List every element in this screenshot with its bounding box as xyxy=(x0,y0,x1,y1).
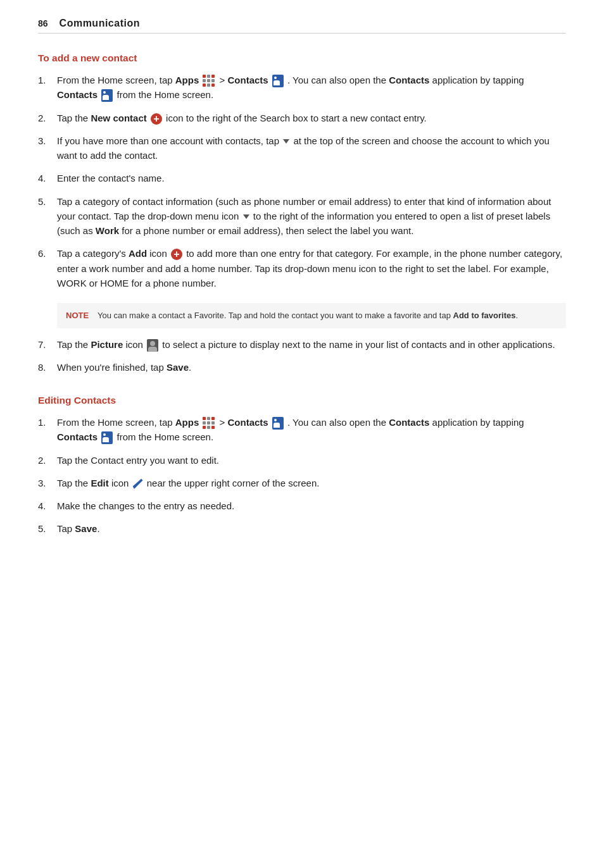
picture-label: Picture xyxy=(91,339,123,350)
list-num: 3. xyxy=(38,133,57,148)
dropdown-icon xyxy=(283,139,289,144)
list-content: Enter the contact's name. xyxy=(57,171,566,185)
list-num: 5. xyxy=(38,521,57,536)
apps-label: Apps xyxy=(175,75,199,85)
note-label: NOTE xyxy=(66,309,90,322)
list-item: 5. Tap Save. xyxy=(38,521,566,536)
list-item: 8. When you're finished, tap Save. xyxy=(38,360,566,375)
contacts-label-1: Contacts xyxy=(228,75,268,85)
list-num: 7. xyxy=(38,337,57,352)
contacts-bold-e3: Contacts xyxy=(57,431,98,442)
contacts-icon-1 xyxy=(272,75,284,87)
contacts-bold-3: Contacts xyxy=(57,89,98,100)
list-content: Make the changes to the entry as needed. xyxy=(57,499,566,513)
list-num: 2. xyxy=(38,111,57,125)
list-num: 6. xyxy=(38,246,57,261)
contacts-bold-2: Contacts xyxy=(389,75,429,85)
contacts-icon-e1 xyxy=(272,417,284,430)
list-content: When you're finished, tap Save. xyxy=(57,360,566,375)
new-contact-label: New contact xyxy=(91,113,146,123)
list-num: 3. xyxy=(38,476,57,490)
add-circle-icon: + xyxy=(151,113,162,125)
list-content: If you have more than one account with c… xyxy=(57,133,566,163)
list-num: 5. xyxy=(38,194,57,209)
section-add-contact: To add a new contact 1. From the Home sc… xyxy=(38,53,566,375)
note-block: NOTE You can make a contact a Favorite. … xyxy=(57,303,566,328)
list-content: Tap the Picture icon to select a picture… xyxy=(57,337,566,352)
list-item: 4. Enter the contact's name. xyxy=(38,171,566,185)
list-item: 3. If you have more than one account wit… xyxy=(38,133,566,163)
work-label: Work xyxy=(96,225,119,236)
contacts-label-e1: Contacts xyxy=(228,417,268,428)
note-text: You can make a contact a Favorite. Tap a… xyxy=(98,309,518,322)
add-contact-list-2: 7. Tap the Picture icon to select a pict… xyxy=(38,337,566,375)
editing-contacts-list: 1. From the Home screen, tap Apps > Cont… xyxy=(38,415,566,536)
list-item: 3. Tap the Edit icon near the upper righ… xyxy=(38,476,566,490)
section-editing-contacts: Editing Contacts 1. From the Home screen… xyxy=(38,395,566,536)
list-num: 2. xyxy=(38,453,57,468)
picture-icon xyxy=(147,339,158,352)
list-content: From the Home screen, tap Apps > Contact… xyxy=(57,415,566,445)
list-content: Tap the Edit icon near the upper right c… xyxy=(57,476,566,490)
add-icon: + xyxy=(171,249,182,260)
apps-icon-e xyxy=(203,417,215,430)
add-label: Add xyxy=(129,248,147,259)
edit-label: Edit xyxy=(91,478,108,488)
list-num: 1. xyxy=(38,415,57,430)
section-title-editing: Editing Contacts xyxy=(38,395,566,406)
section-title-add: To add a new contact xyxy=(38,53,566,64)
page-header: 86 Communication xyxy=(38,18,566,34)
save-label-e: Save xyxy=(75,523,97,534)
add-to-favorites-label: Add to favorites xyxy=(453,311,516,320)
list-content: Tap the New contact + icon to the right … xyxy=(57,111,566,125)
apps-label-e: Apps xyxy=(175,417,199,428)
apps-icon xyxy=(203,75,215,87)
page-title: Communication xyxy=(60,18,140,29)
contacts-icon-2 xyxy=(101,89,113,102)
save-label: Save xyxy=(167,362,189,373)
list-item: 4. Make the changes to the entry as need… xyxy=(38,499,566,513)
list-content: Tap a category of contact information (s… xyxy=(57,194,566,239)
list-content: Tap Save. xyxy=(57,521,566,536)
list-content: Tap the Contact entry you want to edit. xyxy=(57,453,566,468)
page-number: 86 xyxy=(38,18,48,28)
list-item: 1. From the Home screen, tap Apps > Cont… xyxy=(38,415,566,445)
list-content: From the Home screen, tap Apps > Contact… xyxy=(57,73,566,102)
list-num: 1. xyxy=(38,73,57,87)
contacts-icon-e2 xyxy=(101,431,113,444)
list-item: 5. Tap a category of contact information… xyxy=(38,194,566,239)
contacts-bold-e2: Contacts xyxy=(389,417,429,428)
list-item: 6. Tap a category's Add icon + to add mo… xyxy=(38,246,566,290)
list-item: 1. From the Home screen, tap Apps > Cont… xyxy=(38,73,566,102)
list-num: 4. xyxy=(38,499,57,513)
list-num: 4. xyxy=(38,171,57,185)
list-item: 2. Tap the Contact entry you want to edi… xyxy=(38,453,566,468)
page: 86 Communication To add a new contact 1.… xyxy=(0,0,604,868)
edit-icon xyxy=(133,479,143,489)
add-contact-list: 1. From the Home screen, tap Apps > Cont… xyxy=(38,73,566,290)
list-item: 2. Tap the New contact + icon to the rig… xyxy=(38,111,566,125)
list-item: 7. Tap the Picture icon to select a pict… xyxy=(38,337,566,352)
dropdown-icon-2 xyxy=(243,214,249,219)
list-content: Tap a category's Add icon + to add more … xyxy=(57,246,566,290)
list-num: 8. xyxy=(38,360,57,375)
